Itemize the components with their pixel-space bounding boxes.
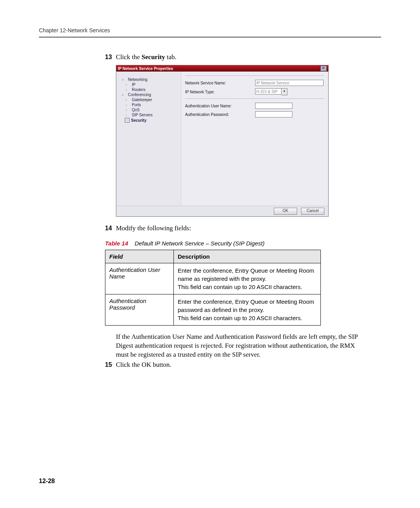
label-network-service-name: Network Service Name: [185, 81, 255, 85]
chevron-icon: › [125, 83, 130, 87]
label-ip-network-type: IP Network Type: [185, 90, 255, 94]
sidebar-item-routers[interactable]: ›Routers [122, 87, 179, 92]
step-number: 13 [105, 54, 116, 61]
table-row: Authentication User Name Enter the confe… [105, 263, 321, 294]
step-text: Click the Security tab. [116, 53, 177, 61]
dialog-titlebar: IP Network Service Properties ✕ [116, 65, 328, 72]
chevron-icon: › [125, 108, 130, 112]
sidebar-item-networking[interactable]: »Networking [122, 77, 179, 82]
field-description-table: Field Description Authentication User Na… [105, 250, 321, 326]
chevron-icon: › [125, 98, 130, 102]
step-15: 15 Click the OK button. [105, 361, 366, 369]
chevron-icon: › [125, 103, 130, 107]
chapter-header: Chapter 12-Network Services [39, 27, 381, 33]
dialog-title: IP Network Service Properties [118, 67, 173, 71]
cell-field: Authentication Password [105, 294, 174, 326]
select-ip-network-type[interactable] [255, 88, 282, 95]
sidebar-item-security[interactable]: ›Security [122, 117, 179, 123]
note-paragraph: If the Authentication User Name and Auth… [116, 333, 366, 359]
sidebar-item-ip[interactable]: ›IP [122, 82, 179, 87]
step-text: Modify the following fields: [116, 224, 191, 232]
cell-field: Authentication User Name [105, 263, 174, 294]
chevron-icon: › [125, 88, 130, 92]
dialog-footer: OK Cancel [116, 206, 328, 216]
dialog-main: Network Service Name: IP Network Type: ▾ [181, 72, 328, 206]
chevron-down-icon[interactable]: ▾ [282, 88, 287, 95]
header-rule [39, 37, 381, 38]
sidebar-item-conferencing[interactable]: »Conferencing [122, 92, 179, 97]
ok-button[interactable]: OK [274, 208, 297, 215]
label-auth-user-name: Authentication User Name: [185, 104, 255, 108]
chevron-double-icon: » [122, 78, 126, 82]
sidebar-item-sip-servers[interactable]: ›SIP Servers [122, 112, 179, 117]
input-auth-user-name[interactable] [255, 103, 292, 109]
sidebar-item-qos[interactable]: ›QoS [122, 107, 179, 112]
chevron-double-icon: » [122, 93, 126, 97]
cell-description: Enter the conference, Entry Queue or Mee… [174, 294, 321, 326]
chevron-icon: › [125, 113, 130, 117]
cell-description: Enter the conference, Entry Queue or Mee… [174, 263, 321, 294]
sidebar-item-ports[interactable]: ›Ports [122, 102, 179, 107]
step-13: 13 Click the Security tab. [105, 53, 366, 61]
cancel-button[interactable]: Cancel [301, 208, 324, 215]
step-number: 14 [105, 225, 116, 232]
dialog-sidebar: »Networking ›IP ›Routers »Conferencing ›… [116, 72, 181, 206]
page-number: 12-28 [39, 478, 55, 485]
table-row: Authentication Password Enter the confer… [105, 294, 321, 326]
chevron-selected-icon: › [125, 118, 130, 123]
label-auth-password: Authentication Password: [185, 112, 255, 117]
step-number: 15 [105, 361, 116, 368]
table-header-field: Field [105, 250, 174, 263]
dialog-screenshot: IP Network Service Properties ✕ »Network… [116, 65, 366, 217]
step-14: 14 Modify the following fields: [105, 224, 366, 232]
close-icon[interactable]: ✕ [320, 66, 327, 71]
table-caption: Table 14 Default IP Network Service – Se… [105, 240, 366, 247]
input-network-service-name[interactable] [255, 80, 324, 86]
input-auth-password[interactable] [255, 111, 292, 117]
table-header-description: Description [174, 250, 321, 263]
step-text: Click the OK button. [116, 361, 172, 369]
sidebar-item-gatekeeper[interactable]: ›Gatekeeper [122, 97, 179, 102]
